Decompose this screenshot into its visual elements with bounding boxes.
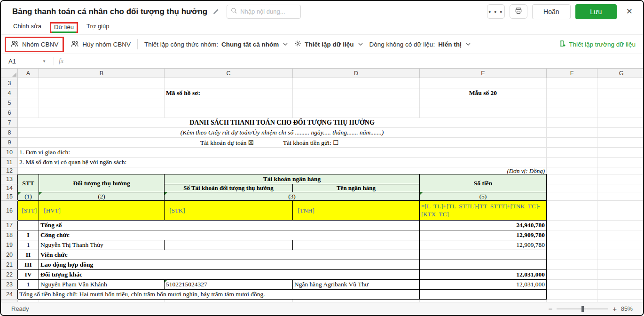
- cell-ma-so-ho-so[interactable]: Mã số hồ sơ:: [165, 88, 293, 98]
- cell-row-bank[interactable]: [293, 240, 420, 250]
- cell[interactable]: [165, 108, 293, 118]
- cell[interactable]: [547, 290, 597, 300]
- column-header-b[interactable]: B: [39, 69, 165, 78]
- cell[interactable]: [547, 158, 597, 167]
- cell-line-2[interactable]: 2. Mã số đơn vị có quan hệ với ngân sách…: [18, 158, 547, 167]
- row-header[interactable]: 12: [1, 167, 18, 174]
- cell[interactable]: [547, 240, 597, 250]
- empty-rows-dropdown[interactable]: Dòng không có dữ liệu: Hiển thị: [369, 41, 471, 48]
- cell-mau-so[interactable]: Mẫu số 20: [420, 88, 547, 98]
- cell-row-no[interactable]: III: [18, 260, 39, 270]
- select-all-corner[interactable]: [1, 69, 18, 78]
- row-header[interactable]: 19: [1, 240, 18, 250]
- cell-header-beneficiary[interactable]: Đối tượng thụ hưởng: [39, 174, 165, 192]
- cell[interactable]: [597, 138, 644, 148]
- tab-help[interactable]: Trợ giúp: [86, 22, 110, 30]
- cell-header-stt[interactable]: STT: [18, 174, 39, 192]
- cell[interactable]: [597, 230, 644, 240]
- zoom-slider[interactable]: [557, 308, 608, 309]
- cell-formula-tnh[interactable]: =[TNH]: [293, 201, 420, 221]
- cell[interactable]: [597, 118, 644, 128]
- row-header[interactable]: 21: [1, 260, 18, 270]
- cell[interactable]: [18, 98, 39, 108]
- cell-col-num-3[interactable]: (3): [165, 192, 420, 201]
- cell[interactable]: [597, 148, 644, 158]
- zoom-slider-thumb[interactable]: [581, 306, 584, 312]
- cell[interactable]: [547, 184, 597, 192]
- cell[interactable]: [597, 167, 644, 174]
- row-header[interactable]: 20: [1, 250, 18, 260]
- field-setup-link[interactable]: Thiết lập trường dữ liệu: [559, 40, 636, 48]
- print-button[interactable]: [510, 4, 527, 19]
- column-header-g[interactable]: G: [597, 69, 644, 78]
- row-header[interactable]: 24: [1, 290, 18, 300]
- tab-edit[interactable]: Chỉnh sửa: [12, 22, 42, 30]
- cell-header-amount[interactable]: Số tiền: [420, 174, 547, 192]
- cell[interactable]: [165, 78, 293, 88]
- cell-row-amount[interactable]: [420, 250, 547, 260]
- cell[interactable]: [547, 250, 597, 260]
- cell[interactable]: [597, 158, 644, 167]
- cell[interactable]: [597, 192, 644, 201]
- row-header[interactable]: 17: [1, 221, 18, 230]
- tab-data[interactable]: Dữ liệu: [50, 22, 78, 33]
- column-header-a[interactable]: A: [18, 69, 39, 78]
- cell[interactable]: [39, 98, 165, 108]
- cell[interactable]: [597, 128, 644, 138]
- cell-row-no[interactable]: 1: [18, 240, 39, 250]
- cell[interactable]: [293, 98, 420, 108]
- cell[interactable]: [597, 184, 644, 192]
- row-header[interactable]: 11: [1, 158, 18, 167]
- cell-row-amount[interactable]: 12,031,000: [420, 280, 547, 290]
- search-box[interactable]: [227, 5, 301, 19]
- column-header-f[interactable]: F: [547, 69, 597, 78]
- cell-formula-stt[interactable]: =[STT]: [18, 201, 39, 221]
- cell[interactable]: [597, 174, 644, 184]
- cell[interactable]: [547, 78, 597, 88]
- cell-row-amount[interactable]: 12,031,000: [420, 270, 547, 280]
- cell[interactable]: [18, 78, 39, 88]
- postpone-button[interactable]: Hoãn: [532, 4, 571, 19]
- data-setup-dropdown[interactable]: Thiết lập dữ liệu: [294, 40, 362, 48]
- cell[interactable]: [547, 270, 597, 280]
- cell[interactable]: [597, 280, 644, 290]
- formula-group-dropdown[interactable]: Thiết lập công thức nhóm: Chung tất cả n…: [144, 41, 288, 48]
- cell[interactable]: [597, 221, 644, 230]
- cell[interactable]: [547, 192, 597, 201]
- cell-row-name[interactable]: Lao động hợp đồng: [39, 260, 420, 270]
- cell[interactable]: [420, 108, 547, 118]
- cell-row-name[interactable]: Tổng số: [39, 221, 420, 230]
- cell-col-num-2[interactable]: (2): [39, 192, 165, 201]
- cell-row-stk[interactable]: 5102215024327: [165, 280, 293, 290]
- zoom-in-button[interactable]: +: [613, 305, 617, 313]
- column-header-d[interactable]: D: [293, 69, 420, 78]
- row-header[interactable]: 18: [1, 230, 18, 240]
- cell[interactable]: [547, 260, 597, 270]
- cell[interactable]: [597, 78, 644, 88]
- cell[interactable]: [547, 138, 597, 148]
- cell[interactable]: [547, 98, 597, 108]
- cell[interactable]: [547, 221, 597, 230]
- cell-header-bank-account[interactable]: Tài khoản ngân hàng: [165, 174, 420, 184]
- search-input[interactable]: [240, 8, 292, 15]
- cell[interactable]: [597, 250, 644, 260]
- cell-row-name[interactable]: Công chức: [39, 230, 420, 240]
- ungroup-cbnv-button[interactable]: Hủy nhóm CBNV: [71, 40, 131, 49]
- cell[interactable]: [597, 290, 644, 300]
- row-header[interactable]: 3: [1, 78, 18, 88]
- cell[interactable]: [547, 174, 597, 184]
- cell[interactable]: [18, 108, 39, 118]
- cell-unit-note[interactable]: (Đơn vị: Đồng): [18, 167, 547, 174]
- cell[interactable]: [39, 78, 165, 88]
- cell-row-name[interactable]: Nguyễn Phạm Vân Khánh: [39, 280, 165, 290]
- cell[interactable]: [165, 98, 293, 108]
- cell[interactable]: [547, 88, 597, 98]
- row-header[interactable]: 13: [1, 174, 18, 184]
- column-header-c[interactable]: C: [165, 69, 293, 78]
- cell-row-name[interactable]: Đối tượng khác: [39, 270, 420, 280]
- save-button[interactable]: Lưu: [575, 4, 617, 19]
- cell[interactable]: [547, 280, 597, 290]
- fx-icon[interactable]: fx: [59, 57, 63, 65]
- cell-row-amount[interactable]: [420, 260, 547, 270]
- cell[interactable]: [547, 167, 597, 174]
